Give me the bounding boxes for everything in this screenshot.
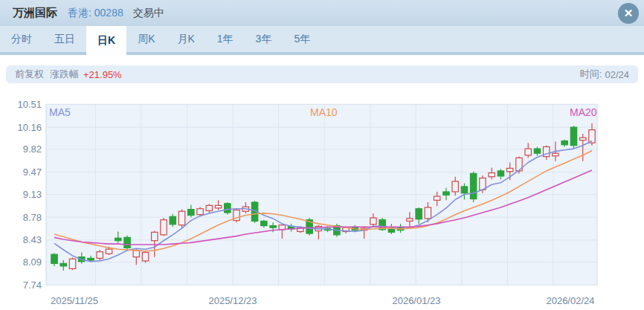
ma10-label: MA10: [310, 106, 338, 118]
tab-1y[interactable]: 1年: [206, 26, 245, 52]
y-axis-tick: 7.74: [23, 280, 42, 291]
candlestick-chart[interactable]: MA5MA10MA2010.5110.169.829.479.138.788.4…: [0, 88, 644, 310]
candle-body: [425, 207, 431, 219]
candle: [161, 218, 167, 236]
tab-month-k[interactable]: 月K: [166, 26, 205, 52]
candle-body: [51, 254, 57, 263]
close-button[interactable]: ✕: [618, 3, 639, 24]
close-icon: ✕: [624, 7, 634, 19]
tab-5day[interactable]: 五日: [43, 26, 86, 52]
candle-body: [388, 229, 394, 232]
tab-minute[interactable]: 分时: [0, 26, 43, 52]
stock-code: 香港: 00288: [68, 7, 123, 20]
candle-body: [261, 221, 267, 225]
candle: [470, 172, 476, 202]
x-axis-label: 2025/11/25: [51, 295, 98, 306]
y-axis-tick: 8.43: [23, 234, 42, 245]
candle-body: [507, 168, 513, 171]
candle: [69, 258, 75, 271]
candle-body: [470, 173, 476, 198]
candle: [570, 126, 576, 149]
candle-body: [88, 258, 94, 260]
candle: [124, 236, 130, 250]
y-axis-tick: 8.78: [23, 212, 42, 223]
candle: [234, 209, 239, 222]
x-axis-label: 2026/01/23: [392, 295, 440, 306]
candle-body: [407, 219, 413, 222]
y-axis-tick: 9.47: [23, 167, 42, 178]
candle: [306, 218, 312, 236]
candle-body: [188, 210, 194, 216]
candle-body: [434, 196, 439, 200]
candle: [142, 251, 148, 263]
candle-body: [225, 204, 231, 213]
tab-3y[interactable]: 3年: [245, 26, 283, 52]
period-tabs: 分时五日日K周K月K1年3年5年: [0, 26, 644, 55]
candle-body: [215, 205, 221, 208]
candle-body: [452, 181, 458, 192]
adjust-mode-label[interactable]: 前复权: [15, 68, 44, 81]
candle-body: [580, 138, 586, 141]
candle: [97, 250, 103, 260]
ma20-label: MA20: [570, 106, 597, 118]
change-label: 涨跌幅: [50, 68, 79, 81]
candle-body: [498, 171, 503, 176]
candle-body: [534, 149, 540, 153]
info-bar: 前复权 涨跌幅 +21.95% 时间: 02/24: [6, 65, 638, 83]
tab-week-k[interactable]: 周K: [126, 26, 166, 52]
candle-body: [416, 209, 422, 219]
change-value: +21.95%: [83, 69, 122, 80]
time-label: 时间:: [580, 68, 602, 81]
candle-body: [69, 259, 75, 268]
candle-body: [152, 232, 158, 240]
candle-body: [489, 173, 495, 177]
y-axis-tick: 10.51: [17, 99, 42, 110]
candle-body: [561, 141, 567, 145]
x-axis-label: 2026/02/24: [546, 295, 594, 306]
stock-chart-widget: 万洲国际 香港: 00288 交易中 ✕ 分时五日日K周K月K1年3年5年 前复…: [0, 0, 644, 310]
candle-body: [370, 218, 376, 225]
x-axis-label: 2025/12/23: [208, 295, 257, 306]
ma5-label: MA5: [49, 106, 71, 118]
candle-body: [133, 251, 139, 257]
y-axis-tick: 10.16: [17, 122, 42, 133]
stock-name: 万洲国际: [13, 6, 57, 20]
candle: [225, 202, 231, 215]
candle-body: [142, 253, 148, 261]
candle-body: [124, 237, 130, 248]
tab-5y[interactable]: 5年: [283, 26, 321, 52]
candle-body: [270, 226, 276, 228]
candle-body: [106, 249, 112, 254]
time-value: 02/24: [605, 69, 629, 80]
candle-body: [161, 220, 167, 235]
chart-canvas[interactable]: MA5MA10MA2010.5110.169.829.479.138.788.4…: [0, 88, 644, 310]
y-axis-tick: 9.13: [23, 189, 42, 200]
candle-body: [553, 153, 558, 156]
candle-body: [443, 192, 449, 195]
candle-body: [60, 263, 66, 266]
candle-body: [197, 209, 203, 215]
candle-body: [525, 149, 531, 155]
candle-body: [570, 127, 576, 146]
y-axis-tick: 9.82: [23, 143, 42, 155]
candle: [178, 210, 184, 228]
y-axis-tick: 8.09: [23, 256, 42, 268]
candle-body: [170, 216, 176, 225]
candle-body: [97, 252, 103, 259]
title-bar: 万洲国际 香港: 00288 交易中 ✕: [0, 0, 644, 26]
tab-day-k[interactable]: 日K: [86, 26, 126, 55]
candle-body: [178, 211, 184, 225]
candle-body: [206, 205, 212, 210]
candle-body: [461, 187, 467, 193]
candle-body: [115, 238, 121, 241]
trading-status: 交易中: [133, 7, 164, 20]
